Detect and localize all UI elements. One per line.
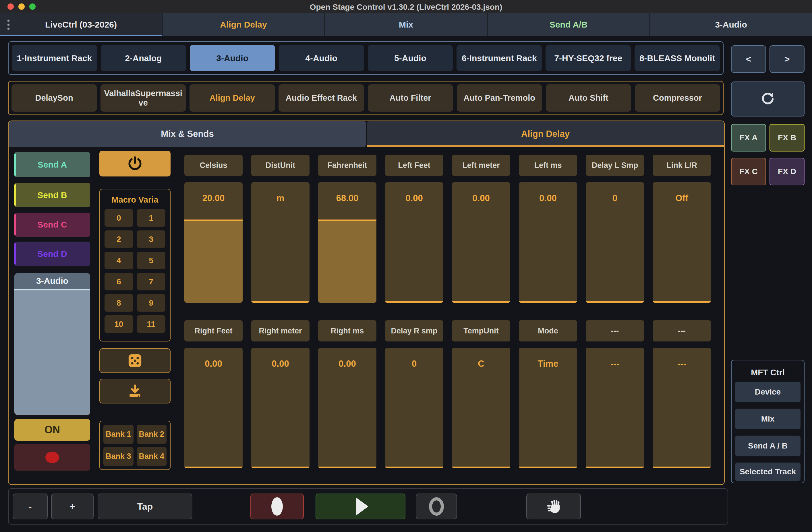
subtab-mix-sends[interactable]: Mix & Sends xyxy=(9,121,367,147)
param-label-button[interactable]: TempUnit xyxy=(452,320,510,341)
fader-handle[interactable]: 3-Audio xyxy=(14,273,90,289)
bank-2-button[interactable]: Bank 2 xyxy=(137,425,167,444)
macro-9-button[interactable]: 9 xyxy=(137,294,166,312)
prev-track-button[interactable]: < xyxy=(731,45,766,73)
tempo-minus-button[interactable]: - xyxy=(13,493,48,519)
param-fader[interactable]: Off xyxy=(653,182,711,303)
device-button[interactable]: Audio Effect Rack xyxy=(278,84,364,112)
param-label-button[interactable]: Right meter xyxy=(251,320,309,341)
param-label-button[interactable]: Mode xyxy=(519,320,577,341)
macro-7-button[interactable]: 7 xyxy=(137,273,166,291)
send-a-button[interactable]: Send A xyxy=(14,152,90,177)
tab-send-ab[interactable]: Send A/B xyxy=(488,13,650,36)
param-fader[interactable]: m xyxy=(251,182,309,303)
track-button[interactable]: 8-BLEASS Monolit xyxy=(635,45,720,71)
device-button[interactable]: Auto Pan-Tremolo xyxy=(457,84,542,112)
fader-body[interactable] xyxy=(14,291,90,415)
param-fader[interactable]: 0.00 xyxy=(251,348,309,468)
track-on-button[interactable]: ON xyxy=(14,419,90,441)
param-fader[interactable]: C xyxy=(452,348,510,468)
param-fader[interactable]: 68.00 xyxy=(318,182,376,303)
macro-8-button[interactable]: 8 xyxy=(104,294,133,312)
fx-a-button[interactable]: FX A xyxy=(731,124,766,151)
arm-record-button[interactable] xyxy=(14,444,90,471)
mft-device-button[interactable]: Device xyxy=(735,382,800,402)
track-button[interactable]: 1-Instrument Rack xyxy=(12,45,97,71)
macro-6-button[interactable]: 6 xyxy=(104,273,133,291)
param-fader[interactable]: 0.00 xyxy=(519,182,577,303)
macro-0-button[interactable]: 0 xyxy=(104,209,133,227)
bank-4-button[interactable]: Bank 4 xyxy=(137,447,167,466)
fx-b-button[interactable]: FX B xyxy=(769,124,804,151)
record-button[interactable] xyxy=(250,493,304,519)
param-label-button[interactable]: Link L/R xyxy=(653,155,711,176)
param-fader[interactable]: 0.00 xyxy=(452,182,510,303)
device-button[interactable]: ValhallaSupermassive xyxy=(101,84,186,112)
param-label-button[interactable]: Delay R smp xyxy=(385,320,443,341)
param-fader[interactable]: --- xyxy=(586,348,644,468)
device-button[interactable]: Auto Filter xyxy=(368,84,453,112)
tab-livectrl[interactable]: LiveCtrl (03-2026) xyxy=(0,13,162,36)
macro-2-button[interactable]: 2 xyxy=(104,231,133,248)
tab-mix[interactable]: Mix xyxy=(325,13,488,36)
mft-selected-track-button[interactable]: Selected Track xyxy=(735,462,800,481)
send-c-button[interactable]: Send C xyxy=(14,212,90,237)
device-button[interactable]: Auto Shift xyxy=(546,84,631,112)
track-button[interactable]: 2-Analog xyxy=(101,45,186,71)
param-label-button[interactable]: Left Feet xyxy=(385,155,443,176)
param-label-button[interactable]: Delay L Smp xyxy=(586,155,644,176)
play-button[interactable] xyxy=(316,493,405,519)
param-label-button[interactable]: --- xyxy=(586,320,644,341)
param-label-button[interactable]: Right Feet xyxy=(184,320,243,341)
bank-1-button[interactable]: Bank 1 xyxy=(103,425,133,444)
macro-1-button[interactable]: 1 xyxy=(137,209,166,227)
param-fader[interactable]: 0 xyxy=(385,348,443,468)
macro-10-button[interactable]: 10 xyxy=(104,315,133,333)
param-label-button[interactable]: DistUnit xyxy=(251,155,309,176)
param-fader[interactable]: 0.00 xyxy=(184,348,243,468)
param-fader[interactable]: 0.00 xyxy=(385,182,443,303)
refresh-button[interactable] xyxy=(731,82,804,117)
param-label-button[interactable]: Fahrenheit xyxy=(318,155,376,176)
fx-d-button[interactable]: FX D xyxy=(769,158,804,186)
param-label-button[interactable]: Celsius xyxy=(184,155,243,176)
track-button[interactable]: 7-HY-SEQ32 free xyxy=(546,45,631,71)
device-button[interactable]: DelaySon xyxy=(12,84,97,112)
track-button[interactable]: 5-Audio xyxy=(368,45,453,71)
bank-3-button[interactable]: Bank 3 xyxy=(103,447,133,466)
tempo-plus-button[interactable]: + xyxy=(51,493,93,519)
track-button-selected[interactable]: 3-Audio xyxy=(190,45,275,71)
track-button[interactable]: 6-Instrument Rack xyxy=(456,45,542,71)
track-volume-fader[interactable]: 3-Audio xyxy=(14,273,90,415)
track-button[interactable]: 4-Audio xyxy=(279,45,364,71)
save-button[interactable] xyxy=(99,379,171,403)
send-d-button[interactable]: Send D xyxy=(14,241,90,266)
param-fader[interactable]: 0 xyxy=(586,182,644,303)
device-power-button[interactable] xyxy=(99,151,171,176)
menu-icon[interactable] xyxy=(8,20,10,30)
param-label-button[interactable]: --- xyxy=(653,320,711,341)
param-label-button[interactable]: Right ms xyxy=(318,320,376,341)
param-fader[interactable]: 0.00 xyxy=(318,348,376,468)
macro-11-button[interactable]: 11 xyxy=(137,315,166,333)
param-label-button[interactable]: Left meter xyxy=(452,155,510,176)
loop-button[interactable] xyxy=(416,493,457,519)
mft-mix-button[interactable]: Mix xyxy=(735,409,800,429)
tap-tempo-button[interactable]: Tap xyxy=(98,493,192,519)
device-button[interactable]: Compressor xyxy=(635,84,720,112)
tab-align-delay[interactable]: Align Delay xyxy=(162,13,325,36)
macro-3-button[interactable]: 3 xyxy=(137,231,166,248)
param-fader[interactable]: Time xyxy=(519,348,577,468)
send-b-button[interactable]: Send B xyxy=(14,183,90,207)
device-button-active[interactable]: Align Delay xyxy=(189,84,275,112)
macro-4-button[interactable]: 4 xyxy=(104,252,133,269)
param-label-button[interactable]: Left ms xyxy=(519,155,577,176)
subtab-align-delay[interactable]: Align Delay xyxy=(367,121,724,147)
macro-5-button[interactable]: 5 xyxy=(137,252,166,269)
param-fader[interactable]: --- xyxy=(653,348,711,468)
param-fader[interactable]: 20.00 xyxy=(184,182,243,303)
next-track-button[interactable]: > xyxy=(769,45,804,73)
stop-all-clips-button[interactable] xyxy=(526,493,581,519)
fx-c-button[interactable]: FX C xyxy=(731,158,766,186)
randomize-button[interactable] xyxy=(99,348,171,373)
